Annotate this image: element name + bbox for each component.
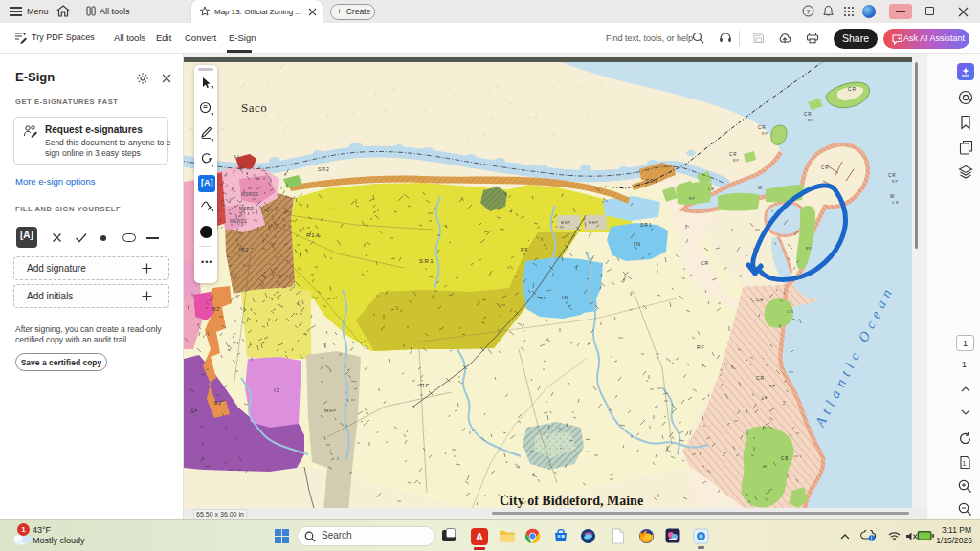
svg-text:MHP: MHP <box>325 408 337 413</box>
svg-text:CR: CR <box>756 298 765 302</box>
svg-text:CR: CR <box>892 200 900 205</box>
svg-text:IN: IN <box>634 241 641 247</box>
svg-text:MSRD: MSRD <box>239 207 254 211</box>
svg-text:SR1: SR1 <box>419 258 434 264</box>
svg-text:B1: B1 <box>234 154 240 159</box>
svg-text:MSRD2: MSRD2 <box>230 219 247 224</box>
svg-text:I1: I1 <box>191 407 198 412</box>
svg-text:CB: CB <box>781 456 789 461</box>
svg-text:R2: R2 <box>241 247 249 253</box>
svg-text:MHP: MHP <box>561 221 571 225</box>
svg-text:MHP: MHP <box>589 221 599 225</box>
svg-text:RP: RP <box>808 119 814 122</box>
svg-text:CR: CR <box>888 173 897 178</box>
svg-text:City of Biddeford, Maine: City of Biddeford, Maine <box>500 494 643 508</box>
svg-text:LB: LB <box>762 396 768 400</box>
svg-text:IN: IN <box>562 295 568 300</box>
svg-text:CR: CR <box>758 125 767 130</box>
svg-text:RF: RF <box>420 383 431 388</box>
svg-text:i: i <box>871 535 872 541</box>
svg-text:MSRD3: MSRD3 <box>241 192 258 197</box>
svg-text:RP: RP <box>769 385 776 388</box>
svg-text:Saco: Saco <box>241 100 267 115</box>
svg-text:CR: CR <box>701 260 709 266</box>
svg-text:CR: CR <box>756 375 765 381</box>
svg-text:I2: I2 <box>274 387 280 393</box>
svg-text:SR1: SR1 <box>640 222 653 228</box>
svg-text:SR2: SR2 <box>318 166 330 172</box>
svg-text:RF: RF <box>540 296 546 300</box>
svg-text:W: W <box>758 186 763 190</box>
svg-text:CR: CR <box>848 86 857 92</box>
svg-text:W: W <box>890 194 895 199</box>
svg-text:B2: B2 <box>212 306 220 312</box>
svg-text:RP: RP <box>892 180 899 184</box>
svg-text:1: 1 <box>963 460 967 467</box>
svg-text:RP: RP <box>733 159 740 163</box>
svg-text:B2: B2 <box>214 400 222 406</box>
svg-text:RP: RP <box>689 197 696 201</box>
svg-text:CR: CR <box>729 152 738 157</box>
svg-text:RP: RP <box>762 132 768 136</box>
svg-text:CR: CR <box>804 112 813 117</box>
svg-text:R1A: R1A <box>306 232 321 238</box>
svg-text:CR: CR <box>821 165 830 170</box>
svg-text:RF: RF <box>697 344 705 350</box>
svg-text:RP: RP <box>806 247 813 251</box>
svg-text:?: ? <box>806 8 811 16</box>
svg-text:CR: CR <box>787 309 794 314</box>
svg-text:SR1: SR1 <box>646 178 658 184</box>
svg-text:LB: LB <box>708 187 715 191</box>
svg-text:RF: RF <box>521 247 529 253</box>
